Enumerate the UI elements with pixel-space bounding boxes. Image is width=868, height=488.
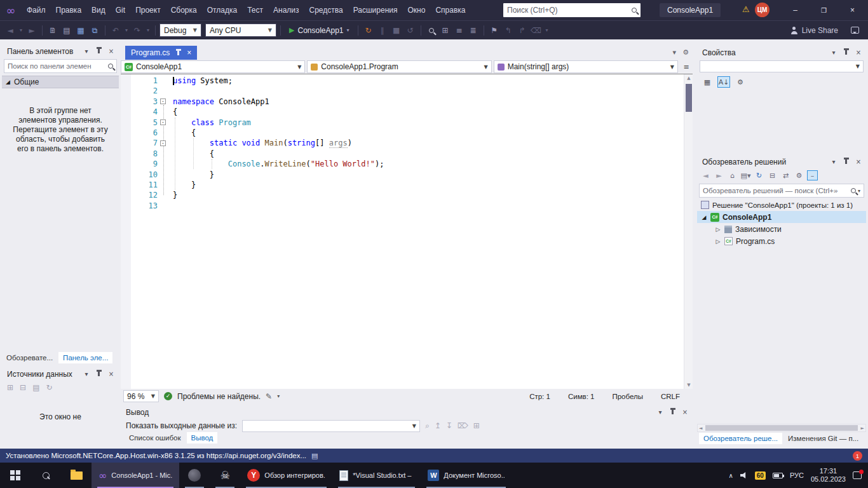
code-line[interactable]: 6 { — [121, 128, 684, 138]
save-icon[interactable]: ▦ — [74, 26, 87, 35]
refresh-data-source-icon[interactable]: ↻ — [46, 383, 52, 392]
health-check-icon[interactable]: ✓ — [164, 392, 172, 400]
pin-icon[interactable] — [98, 372, 100, 376]
warning-icon[interactable]: ⚠ — [742, 4, 750, 14]
code-editor-surface[interactable]: 1using System;23namespace ConsoleApp14{5… — [121, 74, 693, 389]
properties-object-dropdown[interactable]: ▼ — [700, 60, 864, 72]
code-line[interactable]: 2 — [121, 86, 684, 96]
next-message-icon[interactable]: ↧ — [446, 421, 452, 430]
editor-options-gear-icon[interactable]: ⚙ — [682, 48, 689, 57]
search-icon[interactable] — [851, 188, 856, 193]
collapsed-arrow-icon[interactable]: ▷ — [715, 226, 721, 233]
start-button[interactable] — [0, 463, 31, 488]
taskbar-app-notepad[interactable]: *Visual Studio.txt – ... — [332, 463, 421, 488]
tab-output[interactable]: Вывод — [187, 432, 218, 444]
refresh-icon[interactable]: ↻ — [754, 172, 764, 180]
window-menu-chevron-icon[interactable]: ▾ — [829, 49, 838, 56]
search-options-chevron-icon[interactable]: ▾ — [858, 188, 860, 194]
menu-item-help[interactable]: Справка — [430, 0, 470, 20]
menu-item-window[interactable]: Окно — [402, 0, 430, 20]
scroll-up-arrow-icon[interactable]: ▲ — [684, 76, 693, 81]
menu-item-view[interactable]: Вид — [86, 0, 111, 20]
open-file-icon[interactable]: ▤ — [60, 26, 73, 35]
quick-search-input[interactable] — [507, 6, 632, 15]
tree-item-solution[interactable]: Решение "ConsoleApp1" (проекты: 1 из 1) — [697, 199, 866, 211]
redo-chevron-icon[interactable]: ▾ — [145, 27, 151, 33]
visual-studio-logo-icon[interactable]: ∞ — [0, 4, 22, 17]
fold-margin[interactable]: --- — [160, 74, 169, 389]
close-icon[interactable]: × — [107, 48, 116, 55]
scrollbar-thumb[interactable] — [686, 84, 692, 112]
code-line[interactable]: 9 Console.WriteLine("Hello World!"); — [121, 159, 684, 169]
break-all-icon[interactable]: ∥ — [376, 26, 389, 35]
solution-explorer-search-input[interactable] — [703, 187, 851, 194]
toolbox-search-input[interactable] — [8, 62, 108, 70]
menu-item-extensions[interactable]: Расширения — [348, 0, 403, 20]
search-icon[interactable] — [108, 64, 113, 69]
close-button[interactable]: × — [838, 0, 867, 20]
close-icon[interactable]: × — [854, 49, 863, 56]
find-in-files-icon[interactable] — [425, 26, 438, 35]
window-menu-chevron-icon[interactable]: ▾ — [829, 158, 838, 165]
tree-item-program-cs[interactable]: ▷ C# Program.cs — [697, 235, 866, 247]
alphabetical-sort-icon[interactable]: А↓ — [717, 76, 730, 88]
code-lines[interactable]: 1using System;23namespace ConsoleApp14{5… — [121, 74, 684, 389]
toolbox-header[interactable]: Панель элементов ▾ × — [2, 44, 119, 58]
navigate-backward-chevron-icon[interactable]: ▾ — [18, 27, 24, 33]
add-data-source-icon[interactable]: ⊞ — [7, 383, 13, 392]
battery-icon[interactable] — [773, 473, 783, 478]
code-line[interactable]: 1using System; — [121, 76, 684, 86]
menu-item-test[interactable]: Тест — [242, 0, 268, 20]
code-line[interactable]: 11 } — [121, 180, 684, 190]
word-wrap-icon[interactable]: ⊞ — [473, 421, 480, 430]
scroll-right-arrow-icon[interactable]: ► — [860, 426, 865, 431]
navigate-forward-icon[interactable]: ► — [25, 26, 38, 35]
clear-bookmarks-icon[interactable]: ⌫ — [530, 26, 543, 35]
menu-item-build[interactable]: Сборка — [166, 0, 202, 20]
tab-toolbox-short[interactable]: Панель эле... — [58, 352, 112, 363]
code-line[interactable]: 13 — [121, 201, 684, 211]
close-icon[interactable]: × — [107, 370, 116, 377]
collapse-all-icon[interactable]: ⊟ — [767, 172, 778, 180]
editor-vertical-scrollbar[interactable]: ▲ ▼ — [684, 74, 693, 389]
taskbar-app-game-2[interactable]: ☠ — [210, 463, 240, 488]
taskbar-app-browser[interactable]: Y Обзор интегриров... — [240, 463, 332, 488]
new-file-icon[interactable]: 🗎 — [46, 26, 59, 35]
menu-item-project[interactable]: Проект — [130, 0, 166, 20]
properties-header[interactable]: Свойства ▾ × — [697, 46, 866, 59]
output-header[interactable]: Вывод ▾ × — [121, 405, 693, 419]
menu-item-file[interactable]: Файл — [22, 0, 51, 20]
feedback-icon[interactable] — [851, 27, 859, 34]
tree-item-dependencies[interactable]: ▷ Зависимости — [697, 223, 866, 235]
taskbar-clock[interactable]: 17:31 05.02.2023 — [811, 467, 846, 484]
sync-with-active-document-icon[interactable]: ⇄ — [780, 172, 791, 180]
save-all-icon[interactable]: ⧉ — [88, 26, 101, 35]
taskbar-app-game[interactable] — [179, 463, 210, 488]
output-source-dropdown[interactable]: ▼ — [242, 420, 420, 432]
project-dropdown[interactable]: C# ConsoleApp1 ▼ — [121, 60, 305, 73]
hot-reload-icon[interactable]: ↻ — [362, 26, 375, 35]
fold-toggle[interactable]: - — [160, 119, 166, 125]
menu-item-analyze[interactable]: Анализ — [268, 0, 304, 20]
action-center-icon[interactable] — [853, 471, 862, 479]
hidden-icons-chevron-icon[interactable]: ∧ — [728, 472, 733, 479]
view-log-icon[interactable]: ▤ — [311, 452, 318, 460]
undo-icon[interactable]: ↶ — [109, 26, 122, 35]
tab-solution-explorer-short[interactable]: Обозревате... — [2, 352, 57, 363]
property-pages-wrench-icon[interactable]: ⚙ — [734, 76, 747, 88]
toolbox-search[interactable] — [4, 59, 117, 73]
stop-icon[interactable]: ■ — [390, 26, 403, 35]
search-icon[interactable] — [632, 8, 637, 13]
scroll-down-arrow-icon[interactable]: ▼ — [684, 383, 693, 388]
file-explorer-button[interactable] — [61, 463, 92, 488]
indent-decrease-icon[interactable]: ≡ — [453, 26, 466, 35]
scroll-left-arrow-icon[interactable]: ◄ — [698, 426, 703, 431]
code-line[interactable]: 7 static void Main(string[] args) — [121, 138, 684, 148]
window-menu-chevron-icon[interactable]: ▾ — [82, 370, 91, 377]
redo-icon[interactable]: ↷ — [131, 26, 144, 35]
language-indicator[interactable]: РУС — [790, 471, 804, 479]
indent-increase-icon[interactable]: ≣ — [467, 26, 480, 35]
menu-item-git[interactable]: Git — [111, 0, 130, 20]
preview-selected-items-toggle[interactable]: – — [807, 170, 818, 180]
fold-toggle[interactable]: - — [160, 140, 166, 146]
